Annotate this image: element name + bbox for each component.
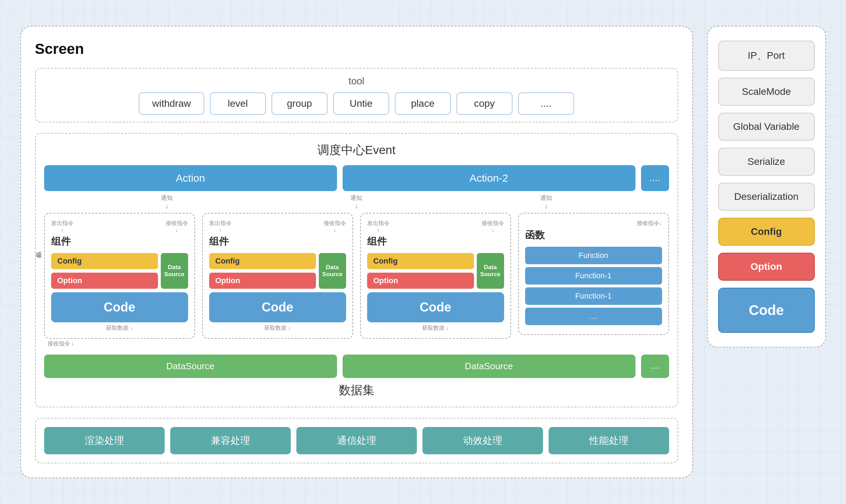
- action-more-button[interactable]: ....: [641, 165, 669, 191]
- action-row: Action Action-2 ....: [44, 165, 669, 191]
- datasource-2[interactable]: DataSource: [343, 355, 635, 378]
- component-box-1: 发出指令 ↑ 接收指令 ↓ 组件 Config Option: [44, 213, 195, 339]
- jieshoushouling-label: 接收指令: [48, 340, 70, 348]
- perf-process-btn[interactable]: 性能处理: [549, 427, 669, 454]
- screen-title: Screen: [35, 41, 678, 57]
- dataset-row: DataSource DataSource ....: [44, 355, 669, 378]
- outer-container: Screen tool withdraw level group Untie p…: [20, 26, 826, 478]
- untie-button[interactable]: Untie: [333, 92, 389, 115]
- config-btn-3[interactable]: Config: [367, 253, 474, 269]
- comm-process-btn[interactable]: 通信处理: [296, 427, 417, 454]
- component-title-3: 组件: [367, 235, 504, 248]
- event-title: 调度中心Event: [44, 142, 669, 158]
- scale-mode-btn[interactable]: ScaleMode: [718, 78, 815, 106]
- fachu-label-3: 发出指令: [367, 220, 390, 227]
- code-btn-3[interactable]: Code: [367, 292, 504, 322]
- config-row-2: Config Option DataSource: [209, 253, 346, 289]
- jieshou-label-4: 接收指令: [637, 220, 659, 226]
- config-btn-2[interactable]: Config: [209, 253, 316, 269]
- jieshou-label-3: 接收指令: [482, 220, 504, 227]
- option-btn-2[interactable]: Option: [209, 273, 316, 289]
- tongzhi-label-3: 通知: [540, 194, 552, 202]
- place-button[interactable]: place: [395, 92, 451, 115]
- render-process-btn[interactable]: 渲染处理: [44, 427, 165, 454]
- group-button[interactable]: group: [271, 92, 328, 115]
- processing-row: 渲染处理 兼容处理 通信处理 动效处理 性能处理: [44, 427, 669, 454]
- code-btn-1[interactable]: Code: [51, 292, 188, 322]
- config-btn-1[interactable]: Config: [51, 253, 158, 269]
- right-code-btn[interactable]: Code: [718, 288, 815, 333]
- option-btn-1[interactable]: Option: [51, 273, 158, 289]
- datasource-box-3: DataSource: [477, 253, 504, 289]
- event-section: 调度中心Event Action Action-2 .... 通知 ↓ 通知 ↓…: [35, 133, 678, 407]
- function-item-3[interactable]: Function-1: [525, 287, 662, 305]
- bottom-section: 渲染处理 兼容处理 通信处理 动效处理 性能处理: [35, 418, 678, 463]
- fachu-label-1: 发出指令: [51, 220, 74, 227]
- global-var-btn[interactable]: Global Variable: [718, 113, 815, 141]
- tool-buttons: withdraw level group Untie place copy ..…: [44, 92, 669, 115]
- deserialize-btn[interactable]: Deserialization: [718, 183, 815, 211]
- component-title-1: 组件: [51, 235, 188, 248]
- main-panel: Screen tool withdraw level group Untie p…: [20, 26, 693, 478]
- datasource-box-1: DataSource: [161, 253, 188, 289]
- huoqu-label-1: 获取数据: [106, 325, 129, 331]
- right-panel: IP、Port ScaleMode Global Variable Serial…: [707, 26, 826, 348]
- component-title-2: 组件: [209, 235, 346, 248]
- anim-process-btn[interactable]: 动效处理: [422, 427, 543, 454]
- component-box-2: 发出指令 ↑ 接收指令 ↓ 组件 Config Option: [202, 213, 353, 339]
- copy-button[interactable]: copy: [456, 92, 513, 115]
- jieshou-label-2: 接收指令: [324, 220, 346, 227]
- tool-section: tool withdraw level group Untie place co…: [35, 68, 678, 122]
- function-item-more[interactable]: ....: [525, 308, 662, 325]
- datasource-box-2: DataSource: [319, 253, 346, 289]
- action2-button[interactable]: Action-2: [343, 165, 635, 191]
- jieshou-label-1: 接收指令: [166, 220, 188, 227]
- tool-label: tool: [44, 76, 669, 87]
- serialize-btn[interactable]: Serialize: [718, 148, 815, 176]
- fachu-label-2: 发出指令: [209, 220, 232, 227]
- level-button[interactable]: level: [210, 92, 266, 115]
- function-item-1[interactable]: Function: [525, 247, 662, 264]
- more-button[interactable]: ....: [518, 92, 574, 115]
- config-row-3: Config Option DataSource: [367, 253, 504, 289]
- right-option-btn[interactable]: Option: [718, 253, 815, 281]
- option-btn-3[interactable]: Option: [367, 273, 474, 289]
- ip-port-btn[interactable]: IP、Port: [718, 41, 815, 71]
- config-row-1: Config Option DataSource: [51, 253, 188, 289]
- datasource-more[interactable]: ....: [641, 355, 669, 378]
- dataset-section: DataSource DataSource .... 数据集: [44, 355, 669, 398]
- function-title: 函数: [525, 229, 662, 242]
- huoqu-label-3: 获取数据: [422, 325, 445, 331]
- function-box: 接收指令↓ 函数 Function Function-1 Function-1 …: [518, 213, 669, 335]
- tongzhi-label-1: 通知: [161, 194, 173, 202]
- right-config-btn[interactable]: Config: [718, 218, 815, 246]
- withdraw-button[interactable]: withdraw: [139, 92, 204, 115]
- compat-process-btn[interactable]: 兼容处理: [170, 427, 291, 454]
- tongzhi-label-2: 通知: [350, 194, 362, 202]
- huoqu-label-2: 获取数据: [264, 325, 287, 331]
- datasource-1[interactable]: DataSource: [44, 355, 337, 378]
- function-item-2[interactable]: Function-1: [525, 267, 662, 285]
- component-box-3: 发出指令 ↑ 接收指令 ↓ 组件 Config Option: [360, 213, 511, 339]
- code-btn-2[interactable]: Code: [209, 292, 346, 322]
- action-button[interactable]: Action: [44, 165, 337, 191]
- dataset-label: 数据集: [44, 382, 669, 398]
